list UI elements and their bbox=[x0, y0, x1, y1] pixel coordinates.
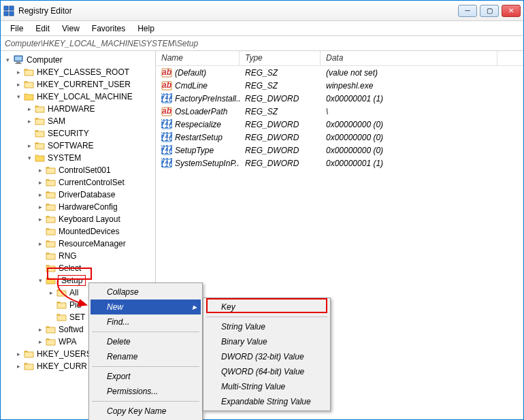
cm-separator bbox=[92, 366, 199, 367]
folder-icon bbox=[24, 362, 34, 370]
col-header-data[interactable]: Data bbox=[321, 51, 497, 65]
menu-edit[interactable]: Edit bbox=[30, 22, 55, 35]
sm-multi[interactable]: Multi-String Value bbox=[205, 379, 329, 394]
maximize-button[interactable]: ▢ bbox=[480, 5, 499, 17]
tree-node-rng[interactable]: RNG bbox=[1, 250, 155, 262]
menu-view[interactable]: View bbox=[56, 22, 85, 35]
cm-copykeyname[interactable]: Copy Key Name bbox=[91, 404, 201, 419]
svg-rect-2 bbox=[4, 12, 8, 16]
col-header-type[interactable]: Type bbox=[240, 51, 321, 65]
expander-icon[interactable]: ▸ bbox=[14, 80, 22, 88]
col-header-name[interactable]: Name bbox=[156, 51, 240, 65]
cm-export[interactable]: Export bbox=[91, 369, 201, 384]
tree-node-cs001[interactable]: ▸ ControlSet001 bbox=[1, 164, 155, 176]
window-controls: ─ ▢ ✕ bbox=[458, 5, 521, 17]
list-row[interactable]: 011110SetupTypeREG_DWORD0x00000000 (0) bbox=[156, 144, 523, 157]
expander-icon[interactable]: ▸ bbox=[14, 362, 22, 370]
menu-favorites[interactable]: Favorites bbox=[86, 22, 131, 35]
tree-label: Setup bbox=[59, 276, 85, 285]
sm-qword[interactable]: QWORD (64-bit) Value bbox=[205, 364, 329, 379]
list-row[interactable]: 011110RestartSetupREG_DWORD0x00000000 (0… bbox=[156, 131, 523, 144]
tree-node-hklm[interactable]: ▾ HKEY_LOCAL_MACHINE bbox=[1, 91, 155, 103]
svg-text:ab: ab bbox=[162, 80, 171, 90]
tree-node-hkcr[interactable]: ▸ HKEY_CLASSES_ROOT bbox=[1, 66, 155, 78]
list-row[interactable]: ab(Default)REG_SZ(value not set) bbox=[156, 66, 523, 79]
tree-node-security[interactable]: SECURITY bbox=[1, 127, 155, 140]
binary-value-icon: 011110 bbox=[161, 158, 172, 169]
tree-node-ccs[interactable]: ▸ CurrentControlSet bbox=[1, 176, 155, 189]
expander-icon[interactable]: ▸ bbox=[25, 117, 33, 125]
expander-icon[interactable]: ▸ bbox=[14, 68, 22, 76]
tree-node-hkcu[interactable]: ▸ HKEY_CURRENT_USER bbox=[1, 78, 155, 91]
svg-text:110: 110 bbox=[161, 95, 172, 104]
cm-new[interactable]: New bbox=[91, 300, 201, 314]
tree-label: All bbox=[69, 288, 78, 297]
tree-label: Pid bbox=[69, 300, 81, 310]
folder-icon bbox=[46, 325, 56, 334]
minimize-button[interactable]: ─ bbox=[458, 5, 477, 17]
list-row[interactable]: 011110FactoryPreInstall...REG_DWORD0x000… bbox=[156, 92, 523, 105]
expander-icon[interactable]: ▸ bbox=[36, 338, 44, 346]
expander-icon[interactable]: ▸ bbox=[36, 325, 44, 334]
list-header: Name Type Data bbox=[156, 51, 523, 66]
expander-icon[interactable]: ▸ bbox=[36, 191, 44, 199]
list-row[interactable]: abOsLoaderPathREG_SZ\ bbox=[156, 105, 523, 118]
cm-collapse[interactable]: Collapse bbox=[91, 285, 201, 300]
menu-file[interactable]: File bbox=[5, 22, 29, 35]
expander-icon[interactable]: ▸ bbox=[14, 350, 22, 358]
tree-label: HardwareConfig bbox=[59, 202, 118, 212]
sm-dword[interactable]: DWORD (32-bit) Value bbox=[205, 349, 329, 364]
close-button[interactable]: ✕ bbox=[502, 5, 521, 17]
menu-help[interactable]: Help bbox=[132, 22, 160, 35]
sm-expand[interactable]: Expandable String Value bbox=[205, 394, 329, 409]
tree-node-system[interactable]: ▾ SYSTEM bbox=[1, 152, 155, 164]
tree-node-root[interactable]: ▾Computer bbox=[1, 54, 155, 66]
sm-binary[interactable]: Binary Value bbox=[205, 334, 329, 349]
sm-key[interactable]: Key bbox=[205, 300, 329, 314]
cm-delete[interactable]: Delete bbox=[91, 334, 201, 349]
tree-node-sam[interactable]: ▸ SAM bbox=[1, 115, 155, 127]
expander-icon[interactable]: ▾ bbox=[3, 56, 12, 64]
sm-string[interactable]: String Value bbox=[205, 319, 329, 334]
tree-node-kblayout[interactable]: ▸ Keyboard Layout bbox=[1, 213, 155, 225]
cm-find[interactable]: Find... bbox=[91, 314, 201, 329]
tree-node-select[interactable]: Select bbox=[1, 262, 155, 274]
folder-icon bbox=[35, 142, 45, 150]
binary-value-icon: 011110 bbox=[161, 132, 172, 143]
tree-node-mounted[interactable]: MountedDevices bbox=[1, 225, 155, 238]
expander-icon[interactable]: ▾ bbox=[14, 93, 22, 101]
expander-icon[interactable]: ▸ bbox=[25, 142, 33, 150]
list-row[interactable]: abCmdLineREG_SZwinpeshl.exe bbox=[156, 79, 523, 92]
tree-node-driverdb[interactable]: ▸ DriverDatabase bbox=[1, 189, 155, 201]
expander-icon[interactable]: ▸ bbox=[25, 105, 33, 113]
tree-label: Select bbox=[59, 263, 81, 273]
app-icon bbox=[3, 5, 14, 16]
folder-icon bbox=[46, 215, 56, 223]
tree-node-software[interactable]: ▸ SOFTWARE bbox=[1, 140, 155, 152]
list-row[interactable]: 011110SystemSetupInP...REG_DWORD0x000000… bbox=[156, 157, 523, 169]
address-bar[interactable]: Computer\HKEY_LOCAL_MACHINE\SYSTEM\Setup bbox=[1, 36, 523, 51]
tree-label: Softwd bbox=[59, 325, 84, 334]
binary-value-icon: 011110 bbox=[161, 93, 172, 104]
tree-node-resmgr[interactable]: ▸ ResourceManager bbox=[1, 238, 155, 250]
submenu-new: Key String Value Binary Value DWORD (32-… bbox=[203, 297, 331, 411]
cm-permissions[interactable]: Permissions... bbox=[91, 384, 201, 399]
expander-icon[interactable]: ▸ bbox=[36, 203, 44, 211]
tree-label: ResourceManager bbox=[59, 239, 126, 248]
value-name: RestartSetup bbox=[175, 133, 223, 142]
expander-icon[interactable]: ▸ bbox=[36, 166, 44, 174]
expander-icon[interactable]: ▾ bbox=[25, 154, 33, 162]
expander-icon[interactable]: ▸ bbox=[36, 240, 44, 248]
expander-icon[interactable]: ▸ bbox=[47, 289, 55, 297]
tree-node-hwconfig[interactable]: ▸ HardwareConfig bbox=[1, 201, 155, 213]
expander-icon[interactable]: ▾ bbox=[36, 276, 44, 285]
tree-label: HARDWARE bbox=[48, 104, 95, 114]
svg-rect-3 bbox=[10, 12, 14, 16]
tree-node-hardware[interactable]: ▸ HARDWARE bbox=[1, 103, 155, 115]
folder-icon bbox=[35, 117, 45, 125]
cm-rename[interactable]: Rename bbox=[91, 349, 201, 364]
list-row[interactable]: 011110RespecializeREG_DWORD0x00000000 (0… bbox=[156, 118, 523, 131]
expander-icon[interactable]: ▸ bbox=[36, 215, 44, 223]
folder-icon bbox=[24, 93, 34, 101]
expander-icon[interactable]: ▸ bbox=[36, 178, 44, 187]
